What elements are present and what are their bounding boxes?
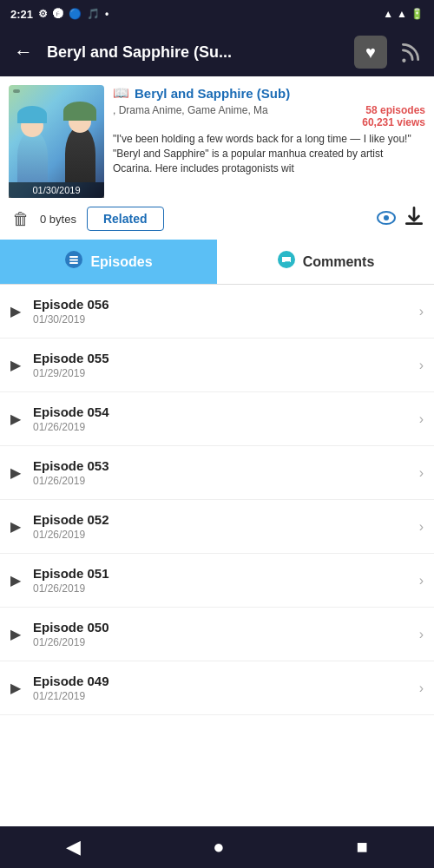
episode-title: Episode 055: [33, 351, 419, 365]
episode-list: ▶ Episode 056 01/30/2019 › ▶ Episode 055…: [0, 285, 434, 831]
episode-title: Episode 053: [33, 458, 419, 473]
cover-image: [9, 85, 104, 198]
status-bar: 2:21 ⚙ 🅐 🔵 🎵 • ▲ ▲ 🔋: [0, 0, 434, 28]
views-count: 60,231 views: [362, 116, 425, 128]
vpn-icon: 🔵: [69, 8, 82, 20]
episode-title: Episode 054: [33, 404, 419, 419]
comments-icon: [277, 250, 296, 273]
episode-title: Episode 052: [33, 512, 419, 527]
manga-title: 📖 Beryl and Sapphire (Sub): [113, 85, 290, 101]
settings-icon: ⚙: [38, 8, 48, 20]
favorite-button[interactable]: ♥: [354, 36, 387, 69]
play-button[interactable]: ▶: [10, 411, 21, 427]
episode-info: Episode 054 01/26/2019: [33, 404, 419, 433]
download-icon-svg: [403, 205, 425, 227]
svg-point-0: [402, 59, 405, 62]
play-button[interactable]: ▶: [10, 572, 21, 589]
tab-comments-label: Comments: [303, 254, 375, 270]
manga-tags: , Drama Anime, Game Anime, Ma: [113, 104, 268, 116]
svg-rect-5: [69, 260, 78, 261]
chevron-right-icon: ›: [419, 519, 424, 535]
episode-info: Episode 055 01/29/2019: [33, 351, 419, 379]
play-button[interactable]: ▶: [10, 518, 21, 535]
tab-episodes-label: Episodes: [90, 254, 152, 270]
episode-info: Episode 053 01/26/2019: [33, 458, 419, 487]
episode-date: 01/26/2019: [33, 421, 419, 433]
related-button[interactable]: Related: [87, 207, 164, 231]
list-icon: [64, 250, 83, 273]
episode-date: 01/26/2019: [33, 582, 419, 595]
episode-date: 01/30/2019: [33, 313, 419, 326]
chevron-right-icon: ›: [419, 681, 424, 696]
rss-button[interactable]: [394, 36, 427, 69]
episode-date: 01/26/2019: [33, 529, 419, 541]
eye-button[interactable]: [377, 209, 396, 229]
episode-item[interactable]: ▶ Episode 050 01/26/2019 ›: [0, 608, 434, 661]
episode-item[interactable]: ▶ Episode 052 01/26/2019 ›: [0, 500, 434, 554]
bottom-nav: ◀ ● ■: [0, 826, 434, 868]
download-button[interactable]: [403, 205, 425, 233]
play-button[interactable]: ▶: [10, 303, 21, 319]
back-button[interactable]: ←: [7, 34, 40, 70]
bytes-label: 0 bytes: [40, 213, 76, 226]
chevron-right-icon: ›: [419, 358, 424, 373]
chevron-right-icon: ›: [419, 627, 424, 642]
episode-info: Episode 051 01/26/2019: [33, 566, 419, 595]
play-button[interactable]: ▶: [10, 680, 21, 696]
music-icon: 🎵: [87, 8, 100, 20]
status-time: 2:21: [10, 8, 33, 21]
episode-item[interactable]: ▶ Episode 056 01/30/2019 ›: [0, 285, 434, 339]
episode-info: Episode 049 01/21/2019: [33, 674, 419, 702]
tab-comments[interactable]: Comments: [217, 240, 434, 284]
nav-back-button[interactable]: ◀: [49, 829, 98, 865]
cover-date: 01/30/2019: [9, 182, 104, 198]
svg-rect-4: [69, 256, 78, 258]
battery-icon: 🔋: [411, 8, 424, 20]
episode-info: Episode 056 01/30/2019: [33, 297, 419, 326]
chevron-right-icon: ›: [419, 465, 424, 481]
episode-date: 01/26/2019: [33, 475, 419, 487]
notification-icon: 🅐: [53, 8, 63, 20]
eye-icon: [377, 211, 396, 225]
rss-icon: [399, 41, 422, 63]
page-title: Beryl and Sapphire (Su...: [47, 43, 347, 62]
episode-item[interactable]: ▶ Episode 054 01/26/2019 ›: [0, 392, 434, 446]
dot-icon: •: [105, 8, 108, 20]
episode-info: Episode 052 01/26/2019: [33, 512, 419, 541]
episode-item[interactable]: ▶ Episode 049 01/21/2019 ›: [0, 661, 434, 715]
trash-button[interactable]: 🗑: [9, 206, 33, 233]
episode-title: Episode 049: [33, 674, 419, 688]
svg-rect-6: [69, 262, 78, 264]
episode-date: 01/29/2019: [33, 367, 419, 379]
action-bar: 🗑 0 bytes Related: [0, 198, 434, 240]
play-button[interactable]: ▶: [10, 357, 21, 373]
signal-icon: ▲: [397, 8, 407, 20]
manga-description: "I've been holding a few words back for …: [113, 132, 425, 175]
nav-home-button[interactable]: ●: [195, 829, 241, 865]
play-button[interactable]: ▶: [10, 464, 21, 481]
chevron-right-icon: ›: [419, 573, 424, 589]
top-bar: ← Beryl and Sapphire (Su... ♥: [0, 28, 434, 76]
episode-date: 01/21/2019: [33, 690, 419, 702]
wifi-icon: ▲: [383, 8, 393, 20]
svg-point-2: [384, 215, 389, 220]
cover-image-wrap: 01/30/2019: [9, 85, 104, 198]
tabs: Episodes Comments: [0, 240, 434, 285]
episode-item[interactable]: ▶ Episode 051 01/26/2019 ›: [0, 554, 434, 608]
play-button[interactable]: ▶: [10, 626, 21, 642]
heart-icon: ♥: [365, 43, 376, 62]
tab-episodes[interactable]: Episodes: [0, 240, 217, 284]
episode-title: Episode 050: [33, 620, 419, 635]
episode-item[interactable]: ▶ Episode 053 01/26/2019 ›: [0, 446, 434, 500]
episode-title: Episode 051: [33, 566, 419, 581]
episode-date: 01/26/2019: [33, 636, 419, 648]
episode-info: Episode 050 01/26/2019: [33, 620, 419, 648]
manga-stats: 58 episodes 60,231 views: [362, 104, 425, 128]
episode-item[interactable]: ▶ Episode 055 01/29/2019 ›: [0, 339, 434, 392]
book-icon: 📖: [113, 85, 129, 101]
episodes-count: 58 episodes: [365, 104, 425, 116]
chevron-right-icon: ›: [419, 304, 424, 319]
chevron-right-icon: ›: [419, 411, 424, 427]
nav-square-button[interactable]: ■: [339, 829, 385, 865]
episode-title: Episode 056: [33, 297, 419, 312]
